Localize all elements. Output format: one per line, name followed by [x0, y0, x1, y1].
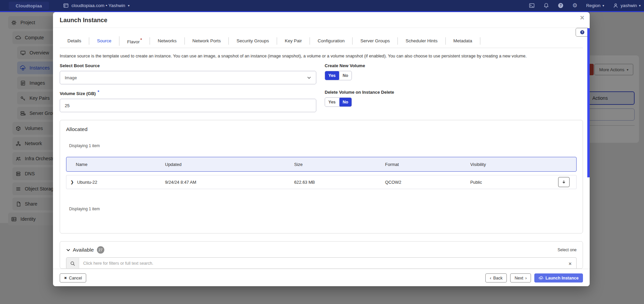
create-volume-yes-button[interactable]: Yes: [325, 71, 339, 80]
available-search-bar: ×: [66, 257, 577, 269]
x-icon: ✖: [64, 276, 67, 280]
available-title: Available: [73, 247, 94, 253]
delete-volume-yes-button[interactable]: Yes: [325, 98, 339, 106]
region-label: Region: [586, 3, 600, 8]
search-input[interactable]: [79, 258, 564, 269]
image-format: QCOW2: [385, 180, 470, 185]
column-header-format: Format: [385, 162, 470, 167]
volume-size-label-text: Volume Size (GB): [60, 91, 96, 96]
boot-source-label: Select Boot Source: [60, 63, 316, 68]
tab-details[interactable]: Details: [60, 37, 89, 45]
back-label: Back: [493, 276, 503, 280]
tab-configuration[interactable]: Configuration: [310, 37, 352, 45]
tab-networks[interactable]: Networks: [150, 37, 184, 45]
svg-text:?: ?: [560, 4, 562, 7]
cancel-button[interactable]: ✖ Cancel: [60, 273, 86, 283]
context-label: cloudtopiaa.com • Yashwin: [71, 3, 125, 8]
topbar: Cloudtopiaa cloudtopiaa.com • Yashwin ▾ …: [0, 0, 644, 12]
chevron-left-icon: ‹: [490, 275, 491, 280]
select-one-hint: Select one: [557, 248, 577, 252]
collapse-chevron-icon[interactable]: [66, 248, 70, 252]
back-button[interactable]: ‹ Back: [485, 273, 507, 283]
expand-row-chevron-icon[interactable]: ❯: [70, 180, 74, 184]
question-circle-icon: ?: [580, 30, 585, 35]
delete-volume-field: Delete Volume on Instance Delete Yes No: [325, 90, 576, 112]
allocated-table-header: Name Updated Size Format Visibility: [66, 157, 577, 172]
tab-source[interactable]: Source: [89, 37, 119, 45]
chevron-down-icon: ▾: [602, 4, 604, 7]
next-label: Next: [515, 276, 523, 280]
delete-volume-no-button[interactable]: No: [339, 98, 352, 106]
volume-size-label: Volume Size (GB) *: [60, 90, 316, 96]
region-selector[interactable]: Region ▾: [586, 3, 604, 8]
tab-flavor[interactable]: Flavor*: [119, 36, 150, 46]
modal-footer: ✖ Cancel ‹ Back Next › Launch Instance: [53, 269, 590, 286]
source-description: Instance source is the template used to …: [60, 53, 578, 58]
create-volume-field: Create New Volume Yes No: [325, 63, 576, 84]
source-form: Select Boot Source Image Create New Volu…: [60, 63, 576, 112]
available-count-badge: 27: [97, 246, 104, 254]
close-icon[interactable]: ×: [580, 13, 584, 22]
tab-security-groups[interactable]: Security Groups: [228, 37, 277, 45]
svg-text:?: ?: [581, 31, 583, 34]
tab-network-ports[interactable]: Network Ports: [184, 37, 229, 45]
modal-title: Launch Instance: [60, 17, 107, 24]
wizard-help-button[interactable]: ?: [576, 28, 589, 37]
create-volume-label: Create New Volume: [325, 63, 576, 68]
launch-instance-modal: Launch Instance × ? DetailsSourceFlavor*…: [53, 12, 590, 286]
allocated-panel: Allocated Displaying 1 item Name Updated…: [60, 120, 583, 233]
search-icon[interactable]: [66, 258, 79, 269]
arrow-down-icon: [561, 180, 566, 184]
divider: [60, 48, 583, 48]
tab-bar: DetailsSourceFlavor*NetworksNetwork Port…: [60, 36, 566, 46]
row-action-cell: [558, 177, 576, 187]
settings-gear-icon[interactable]: ⚙: [572, 3, 577, 8]
modal-scrollbar[interactable]: [587, 28, 590, 177]
image-name: Ubuntu-22: [77, 180, 97, 185]
deallocate-image-button[interactable]: [558, 177, 570, 187]
tab-metadata[interactable]: Metadata: [445, 37, 480, 45]
chevron-down-icon: [307, 76, 311, 80]
user-icon: [613, 3, 619, 8]
available-header: Available 27 Select one: [66, 246, 577, 254]
image-name-cell: ❯ Ubuntu-22: [66, 180, 165, 185]
column-header-visibility: Visibility: [470, 162, 558, 167]
tab-server-groups[interactable]: Server Groups: [352, 37, 397, 45]
volume-size-field: Volume Size (GB) *: [60, 90, 316, 112]
available-panel: Available 27 Select one ×: [60, 241, 583, 269]
clear-search-icon[interactable]: ×: [564, 261, 576, 266]
console-icon[interactable]: [529, 3, 535, 8]
topbar-actions: ? ⚙ Region ▾ yashwin ▾: [529, 0, 641, 11]
delete-volume-toggle: Yes No: [325, 97, 352, 107]
divider: [53, 28, 590, 28]
required-asterisk: *: [141, 38, 142, 42]
create-volume-toggle: Yes No: [325, 71, 352, 80]
image-visibility: Public: [470, 180, 558, 185]
column-header-updated: Updated: [165, 162, 294, 167]
boot-source-field: Select Boot Source Image: [60, 63, 316, 84]
tab-scheduler-hints[interactable]: Scheduler Hints: [397, 37, 445, 45]
chevron-down-icon: ▾: [128, 4, 129, 7]
volume-size-input[interactable]: [60, 99, 316, 112]
allocated-title: Allocated: [66, 126, 577, 132]
create-volume-no-button[interactable]: No: [339, 71, 352, 80]
delete-volume-label: Delete Volume on Instance Delete: [325, 90, 576, 95]
panel-icon: [63, 3, 69, 8]
help-icon[interactable]: ?: [558, 3, 564, 8]
project-context[interactable]: cloudtopiaa.com • Yashwin ▾: [63, 0, 129, 11]
required-asterisk: *: [98, 90, 99, 94]
image-size: 622.63 MB: [294, 180, 385, 185]
launch-instance-button[interactable]: Launch Instance: [534, 273, 583, 283]
logo[interactable]: Cloudtopiaa: [9, 2, 49, 10]
user-menu[interactable]: yashwin ▾: [613, 3, 641, 8]
table-row: ❯ Ubuntu-22 9/24/24 8:47 AM 622.63 MB QC…: [66, 175, 577, 189]
chevron-right-icon: ›: [525, 275, 527, 280]
allocated-count: Displaying 1 item: [69, 143, 577, 148]
cancel-label: Cancel: [69, 276, 82, 280]
app: Cloudtopiaa cloudtopiaa.com • Yashwin ▾ …: [0, 0, 644, 304]
notifications-bell-icon[interactable]: [543, 3, 549, 8]
next-button[interactable]: Next ›: [510, 273, 531, 283]
tab-key-pair[interactable]: Key Pair: [277, 37, 310, 45]
chevron-down-icon: ▾: [639, 4, 641, 7]
boot-source-select[interactable]: Image: [60, 71, 316, 84]
